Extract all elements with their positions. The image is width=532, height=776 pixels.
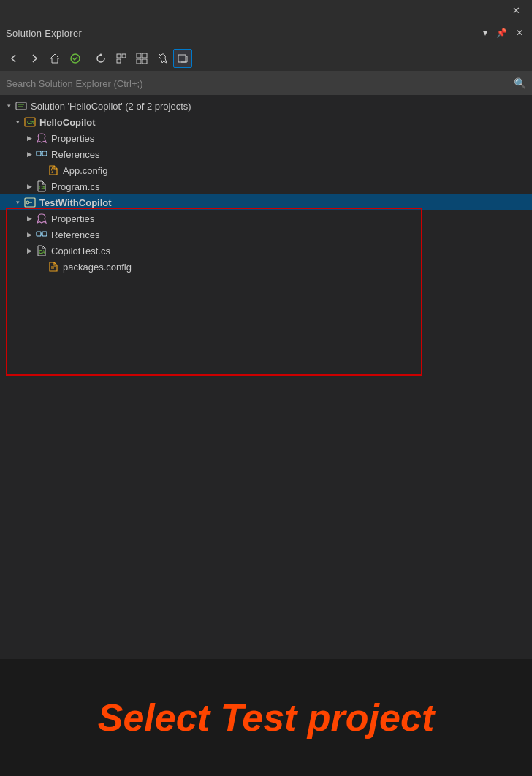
wrench-toolbar-icon — [156, 53, 168, 64]
toolbar-separator-1 — [88, 52, 88, 65]
appconfig-icon — [47, 164, 60, 176]
programcs-icon: C# — [35, 180, 48, 192]
solution-expander[interactable]: ▾ — [3, 100, 15, 112]
svg-text:C#: C# — [27, 119, 35, 126]
p1-properties-item[interactable]: ▶ Properties — [0, 130, 532, 146]
svg-rect-8 — [178, 55, 186, 62]
collapse-button[interactable] — [112, 49, 131, 68]
p2-references-label: References — [51, 229, 99, 240]
p1-programcs-label: Program.cs — [51, 181, 99, 192]
p1-properties-expander[interactable]: ▶ — [23, 132, 35, 144]
search-input[interactable] — [6, 78, 514, 89]
solution-explorer-header: Solution Explorer ▾ 📌 ✕ — [0, 20, 532, 45]
p1-appconfig-label: App.config — [63, 165, 107, 176]
p1-programcs-expander[interactable]: ▶ — [23, 180, 35, 192]
solution-label: Solution 'HelloCopilot' (2 of 2 projects… — [31, 101, 191, 112]
svg-rect-4 — [137, 53, 141, 58]
search-icon[interactable]: 🔍 — [514, 77, 526, 89]
svg-rect-9 — [16, 102, 26, 110]
pin-button[interactable]: 📌 — [493, 26, 510, 39]
project1-item[interactable]: ▾ C# HelloCopilot — [0, 114, 532, 130]
project2-icon — [23, 197, 37, 208]
solution-icon — [15, 100, 28, 112]
forward-icon — [29, 53, 39, 64]
p1-references-label: References — [51, 149, 99, 160]
home-icon — [49, 53, 61, 64]
svg-text:C#: C# — [39, 249, 45, 254]
project1-label: HelloCopilot — [39, 117, 96, 128]
solution-explorer-panel: Solution Explorer ▾ 📌 ✕ — [0, 20, 532, 659]
project2-expander[interactable]: ▾ — [12, 197, 23, 208]
solution-tree: ▾ Solution 'HelloCopilot' (2 of 2 projec… — [0, 95, 532, 278]
svg-rect-7 — [142, 59, 147, 64]
back-button[interactable] — [4, 49, 23, 68]
annotation-text: Select Test project — [98, 696, 434, 739]
p2-copilottest-icon: C# — [35, 245, 48, 256]
svg-rect-12 — [37, 151, 41, 156]
close-button[interactable]: ✕ — [506, 0, 526, 20]
expand-button[interactable] — [132, 49, 151, 68]
p2-packages-icon — [47, 261, 60, 273]
pending-changes-button[interactable] — [66, 49, 85, 68]
forward-button[interactable] — [25, 49, 44, 68]
p2-copilottest-expander[interactable]: ▶ — [23, 245, 35, 256]
svg-rect-20 — [42, 232, 47, 236]
sync-icon — [177, 53, 189, 64]
p2-properties-label: Properties — [51, 213, 94, 224]
properties-icon — [35, 132, 48, 144]
pending-icon — [69, 53, 81, 64]
back-icon — [9, 53, 19, 64]
svg-rect-5 — [142, 53, 147, 58]
p2-references-item[interactable]: ▶ References — [0, 227, 532, 243]
header-actions: ▾ 📌 ✕ — [480, 26, 526, 39]
expand-icon — [136, 53, 148, 64]
p2-references-icon — [35, 229, 48, 240]
svg-rect-3 — [117, 59, 121, 63]
annotation-area: Select Test project — [0, 659, 532, 776]
p1-properties-label: Properties — [51, 133, 94, 144]
project1-expander[interactable]: ▾ — [12, 116, 23, 128]
sync-with-editor-button[interactable] — [173, 49, 192, 68]
p1-references-item[interactable]: ▶ References — [0, 146, 532, 162]
svg-text:C#: C# — [39, 185, 45, 190]
search-bar[interactable]: 🔍 — [0, 72, 532, 95]
header-close-button[interactable]: ✕ — [513, 26, 526, 39]
dropdown-icon[interactable]: ▾ — [480, 26, 490, 39]
p2-properties-icon — [35, 213, 48, 224]
home-button[interactable] — [45, 49, 64, 68]
toolbar — [0, 45, 532, 72]
solution-root-item[interactable]: ▾ Solution 'HelloCopilot' (2 of 2 projec… — [0, 98, 532, 114]
project1-icon: C# — [23, 116, 37, 128]
collapse-icon — [115, 53, 127, 64]
svg-rect-6 — [137, 59, 141, 64]
p1-programcs-item[interactable]: ▶ C# Program.cs — [0, 178, 532, 194]
p2-copilottest-label: CopilotTest.cs — [51, 246, 110, 256]
p2-properties-item[interactable]: ▶ Properties — [0, 210, 532, 227]
p1-references-expander[interactable]: ▶ — [23, 148, 35, 160]
svg-rect-19 — [37, 232, 41, 236]
properties-button[interactable] — [153, 49, 172, 68]
p1-appconfig-item[interactable]: ▶ App.config — [0, 162, 532, 178]
solution-explorer-title: Solution Explorer — [6, 28, 82, 39]
references-icon — [35, 148, 48, 160]
svg-rect-2 — [122, 54, 126, 58]
p2-properties-expander[interactable]: ▶ — [23, 213, 35, 224]
p2-packages-item[interactable]: ▶ packages.config — [0, 259, 532, 275]
p2-references-expander[interactable]: ▶ — [23, 229, 35, 240]
project2-label: TestWithCopilot — [39, 197, 112, 208]
title-bar: ✕ — [0, 0, 532, 20]
tree-wrapper: ▾ Solution 'HelloCopilot' (2 of 2 projec… — [0, 95, 532, 659]
p2-copilottest-item[interactable]: ▶ C# CopilotTest.cs — [0, 243, 532, 259]
project2-item[interactable]: ▾ TestWithCopilot — [0, 194, 532, 210]
refresh-icon — [95, 53, 107, 64]
refresh-button[interactable] — [91, 49, 110, 68]
svg-point-17 — [26, 201, 29, 204]
svg-rect-13 — [42, 151, 47, 156]
svg-rect-1 — [117, 54, 121, 58]
p2-packages-label: packages.config — [63, 262, 132, 273]
